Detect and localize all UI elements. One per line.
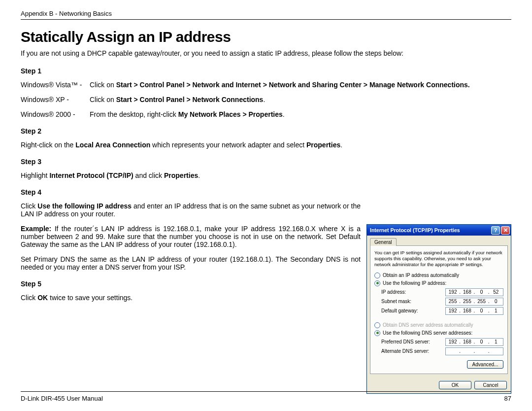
step4-p2: Example: If the router´s LAN IP address … bbox=[21, 225, 361, 248]
page-number: 87 bbox=[504, 395, 511, 402]
step5-pre: Click bbox=[21, 294, 37, 302]
field-subnet-mask: Subnet mask: 255. 255. 255. 0 bbox=[381, 298, 503, 306]
step4-p2-b: Example: bbox=[21, 225, 51, 233]
field-default-gateway: Default gateway: 192. 168. 0. 1 bbox=[381, 307, 503, 315]
page-footer: D-Link DIR-455 User Manual 87 bbox=[21, 391, 511, 402]
radio-use-dns[interactable]: Use the following DNS server addresses: bbox=[374, 330, 503, 336]
ip-oct[interactable]: 1 bbox=[491, 339, 501, 344]
radio-icon bbox=[374, 273, 380, 278]
step4-label: Step 4 bbox=[21, 188, 511, 196]
preferred-dns-label: Preferred DNS server: bbox=[381, 339, 445, 344]
step2-b2: Properties bbox=[306, 141, 340, 149]
ip-address-label: IP address: bbox=[381, 289, 445, 295]
step3-label: Step 3 bbox=[21, 158, 511, 166]
ip-oct[interactable]: 0 bbox=[476, 308, 487, 313]
ip-oct[interactable]: 52 bbox=[491, 289, 501, 295]
tcpip-properties-dialog: Internet Protocol (TCP/IP) Properties ? … bbox=[366, 224, 511, 394]
step3-b1: Internet Protocol (TCP/IP) bbox=[49, 171, 133, 179]
step4-p1-pre: Click bbox=[21, 202, 37, 210]
ip-oct[interactable]: 0 bbox=[476, 339, 487, 344]
field-preferred-dns: Preferred DNS server: 192. 168. 0. 1 bbox=[381, 338, 503, 346]
intro-text: If you are not using a DHCP capable gate… bbox=[21, 49, 511, 57]
alternate-dns-input[interactable]: . . . bbox=[445, 347, 503, 355]
step1-w2k-bold: My Network Places > Properties bbox=[178, 110, 283, 118]
radio-use-dns-label: Use the following DNS server addresses: bbox=[383, 330, 472, 336]
step1-w2k-pre: From the desktop, right-click bbox=[90, 110, 178, 118]
ip-oct[interactable]: 168 bbox=[462, 289, 472, 295]
ip-oct[interactable]: 168 bbox=[462, 308, 472, 313]
ip-oct[interactable]: 255 bbox=[476, 299, 487, 304]
step5-post: twice to save your settings. bbox=[48, 294, 133, 302]
dialog-title: Internet Protocol (TCP/IP) Properties bbox=[370, 227, 460, 233]
step4-p3: Set Primary DNS the same as the LAN IP a… bbox=[21, 255, 361, 271]
alternate-dns-label: Alternate DNS server: bbox=[381, 348, 445, 354]
help-button[interactable]: ? bbox=[491, 226, 500, 235]
radio-auto-ip-label: Obtain an IP address automatically bbox=[383, 273, 459, 278]
page-header: Appendix B - Networking Basics bbox=[21, 10, 511, 20]
radio-icon bbox=[374, 322, 380, 328]
ip-oct[interactable]: 168 bbox=[462, 339, 472, 344]
radio-use-ip-label: Use the following IP address: bbox=[383, 280, 446, 286]
step1-xp-bold: Start > Control Panel > Network Connecti… bbox=[116, 96, 264, 103]
step2-mid: which represents your network adapter an… bbox=[150, 141, 306, 149]
ip-oct[interactable]: 255 bbox=[462, 299, 472, 304]
close-button[interactable]: ✕ bbox=[501, 226, 510, 235]
ip-oct[interactable]: 192 bbox=[447, 308, 458, 313]
step5-b1: OK bbox=[37, 294, 48, 302]
field-ip-address: IP address: 192. 168. 0. 52 bbox=[381, 288, 503, 296]
step4-p1: Click Use the following IP address and e… bbox=[21, 202, 361, 218]
step1-xp-row: Windows® XP - Click on Start > Control P… bbox=[21, 96, 511, 103]
step1-xp-pre: Click on bbox=[90, 96, 116, 103]
ip-oct[interactable]: 0 bbox=[476, 289, 487, 295]
step1-w2k-text: From the desktop, right-click My Network… bbox=[90, 110, 511, 118]
page-title: Statically Assign an IP address bbox=[21, 29, 511, 45]
step1-label: Step 1 bbox=[21, 67, 511, 75]
ip-address-input[interactable]: 192. 168. 0. 52 bbox=[445, 288, 503, 296]
step1-xp-post: . bbox=[263, 96, 265, 103]
step3-mid: and click bbox=[133, 171, 164, 179]
radio-icon bbox=[374, 280, 380, 286]
step1-vista-bold: Start > Control Panel > Network and Inte… bbox=[116, 81, 470, 89]
radio-use-ip[interactable]: Use the following IP address: bbox=[374, 280, 503, 286]
preferred-dns-input[interactable]: 192. 168. 0. 1 bbox=[445, 338, 503, 346]
ok-button[interactable]: OK bbox=[439, 381, 471, 389]
step1-xp-os: Windows® XP - bbox=[21, 96, 90, 103]
ip-oct[interactable]: 0 bbox=[491, 299, 501, 304]
step1-xp-text: Click on Start > Control Panel > Network… bbox=[90, 96, 511, 103]
step1-w2k-post: . bbox=[283, 110, 285, 118]
field-alternate-dns: Alternate DNS server: . . . bbox=[381, 347, 503, 355]
default-gateway-input[interactable]: 192. 168. 0. 1 bbox=[445, 307, 503, 315]
subnet-mask-label: Subnet mask: bbox=[381, 299, 445, 304]
step1-w2k-os: Windows® 2000 - bbox=[21, 110, 90, 118]
radio-icon bbox=[374, 330, 380, 336]
step1-w2k-row: Windows® 2000 - From the desktop, right-… bbox=[21, 110, 511, 118]
ip-oct[interactable]: 255 bbox=[447, 299, 458, 304]
cancel-button[interactable]: Cancel bbox=[474, 381, 507, 389]
advanced-button[interactable]: Advanced... bbox=[467, 360, 503, 369]
dialog-titlebar[interactable]: Internet Protocol (TCP/IP) Properties ? … bbox=[367, 225, 511, 236]
ip-oct[interactable]: 1 bbox=[491, 308, 501, 313]
subnet-mask-input[interactable]: 255. 255. 255. 0 bbox=[445, 298, 503, 306]
ip-oct[interactable]: 192 bbox=[447, 289, 458, 295]
radio-auto-dns-label: Obtain DNS server address automatically bbox=[383, 322, 473, 328]
dialog-panel: You can get IP settings assigned automat… bbox=[370, 245, 508, 374]
step2-text: Right-click on the Local Area Connection… bbox=[21, 141, 511, 149]
radio-auto-dns: Obtain DNS server address automatically bbox=[374, 322, 503, 328]
step1-vista-row: Windows® Vista™ - Click on Start > Contr… bbox=[21, 81, 511, 89]
radio-auto-ip[interactable]: Obtain an IP address automatically bbox=[374, 273, 503, 278]
close-icon: ✕ bbox=[503, 227, 508, 234]
step3-post: . bbox=[198, 171, 200, 179]
step3-b2: Properties bbox=[164, 171, 198, 179]
step1-vista-pre: Click on bbox=[90, 81, 116, 89]
step4-p1-b: Use the following IP address bbox=[37, 202, 132, 210]
step1-vista-text: Click on Start > Control Panel > Network… bbox=[90, 81, 511, 89]
dialog-desc: You can get IP settings assigned automat… bbox=[374, 250, 503, 268]
step2-post: . bbox=[340, 141, 342, 149]
step2-pre: Right-click on the bbox=[21, 141, 75, 149]
ip-oct[interactable]: 192 bbox=[447, 339, 458, 344]
tab-general[interactable]: General bbox=[370, 238, 397, 246]
step3-pre: Highlight bbox=[21, 171, 49, 179]
default-gateway-label: Default gateway: bbox=[381, 308, 445, 313]
step2-b1: Local Area Connection bbox=[75, 141, 150, 149]
step3-text: Highlight Internet Protocol (TCP/IP) and… bbox=[21, 171, 511, 179]
